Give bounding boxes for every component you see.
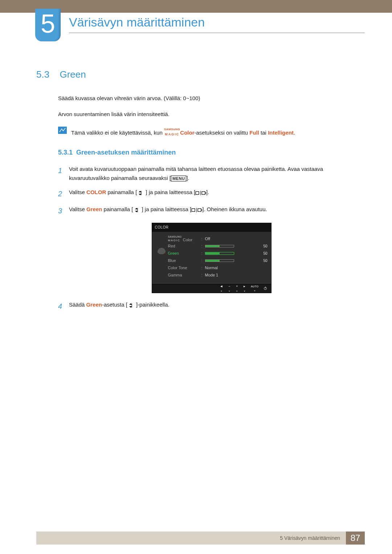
intro-text-1: Säädä kuvassa olevan vihreän värin arvoa… bbox=[58, 94, 365, 103]
osd-title: COLOR bbox=[152, 223, 271, 232]
osd-gamma-label: Gamma bbox=[168, 272, 201, 279]
step-4: 4 Säädä Green-asetusta []-painikkeella. bbox=[58, 300, 365, 312]
section-heading: 5.3 Green bbox=[36, 69, 365, 80]
full-label: Full bbox=[249, 130, 259, 136]
color-label: Color bbox=[180, 130, 194, 136]
up-down-arrow-icon bbox=[133, 208, 142, 212]
step2-color-label: COLOR bbox=[86, 189, 106, 195]
svg-rect-1 bbox=[141, 191, 142, 195]
step4-text-a: Säädä bbox=[69, 301, 86, 308]
osd-tone-label: Color Tone bbox=[168, 265, 201, 271]
step3-text-a: Valitse bbox=[69, 206, 86, 212]
osd-blue-value: 50 bbox=[259, 258, 268, 264]
step1-text-b: ]. bbox=[186, 175, 189, 181]
osd-blue-bar bbox=[205, 259, 234, 262]
magic-label: MAGIC bbox=[165, 132, 179, 136]
osd-red-value: 50 bbox=[259, 243, 268, 249]
svg-rect-9 bbox=[131, 303, 132, 308]
step-number-1: 1 bbox=[58, 165, 65, 183]
samsung-label: SAMSUNG bbox=[164, 128, 180, 131]
up-down-arrow-icon bbox=[137, 191, 146, 195]
note-part-or: tai bbox=[259, 130, 268, 136]
step2-text-a: Valitse bbox=[69, 189, 86, 195]
osd-row-colortone: Color Tone: Normal bbox=[168, 264, 268, 272]
step-number-2: 2 bbox=[58, 188, 65, 200]
step-3: 3 Valitse Green painamalla [] ja paina l… bbox=[58, 205, 365, 217]
osd-btn-plus: +▼ bbox=[236, 284, 238, 294]
intro-text-2: Arvon suurentaminen lisää värin intensit… bbox=[58, 110, 365, 119]
osd-row-magiccolor: SAMSUNGMAGIC Color : Off bbox=[168, 235, 268, 243]
step2-text-d: ]. bbox=[206, 189, 209, 195]
palette-icon bbox=[158, 248, 166, 254]
page-footer: 5 Värisävyn määrittäminen 87 bbox=[36, 532, 365, 545]
note-part-end: . bbox=[294, 130, 295, 136]
step4-text-b: -asetusta [ bbox=[102, 301, 127, 308]
svg-rect-8 bbox=[198, 209, 201, 212]
note-text: Tämä valikko ei ole käytettävissä, kun S… bbox=[71, 126, 295, 137]
osd-btn-enter: ▸▼ bbox=[243, 284, 246, 294]
osd-row-blue: Blue: 50 bbox=[168, 257, 268, 264]
note-part-mid: -asetukseksi on valittu bbox=[195, 130, 250, 136]
chapter-divider bbox=[69, 33, 365, 33]
svg-rect-6 bbox=[192, 209, 195, 212]
footer-chapter-label: 5 Värisävyn määrittäminen bbox=[36, 532, 346, 545]
step3-text-d: ]. Oheinen ikkuna avautuu. bbox=[202, 206, 267, 212]
osd-btn-power bbox=[264, 287, 267, 290]
chapter-title: Värisävyn määrittäminen bbox=[69, 15, 205, 29]
step-2: 2 Valitse COLOR painamalla [] ja paina l… bbox=[58, 188, 365, 200]
osd-screenshot: COLOR SAMSUNGMAGIC Color : Off Red: bbox=[152, 223, 271, 293]
osd-magiccolor-value: Off bbox=[205, 236, 259, 242]
osd-color-suffix: Color bbox=[182, 238, 192, 242]
svg-rect-3 bbox=[200, 191, 201, 195]
osd-blue-label: Blue bbox=[168, 258, 201, 264]
osd-samsung-label: SAMSUNG bbox=[168, 235, 182, 238]
osd-red-bar bbox=[205, 245, 234, 247]
intelligent-label: Intelligent bbox=[268, 130, 294, 136]
section-title: Green bbox=[60, 69, 86, 80]
note-part-before: Tämä valikko ei ole käytettävissä, kun bbox=[71, 130, 164, 136]
section-number: 5.3 bbox=[36, 69, 58, 80]
step4-green-label: Green bbox=[86, 301, 102, 308]
osd-tone-value: Normal bbox=[205, 265, 259, 271]
menu-key-icon: MENU bbox=[171, 176, 186, 181]
step-number-3: 3 bbox=[58, 205, 65, 217]
osd-row-gamma: Gamma: Mode 1 bbox=[168, 272, 268, 279]
osd-side-icon-area bbox=[155, 235, 168, 279]
step4-text-c: ]-painikkeella. bbox=[136, 301, 170, 308]
steps-list: 1 Voit avata kuvaruutuoppaan painamalla … bbox=[58, 165, 365, 217]
step1-text-a: Voit avata kuvaruutuoppaan painamalla mi… bbox=[69, 166, 323, 181]
svg-rect-2 bbox=[196, 192, 199, 194]
step2-text-c: ] ja paina laitteessa [ bbox=[146, 189, 195, 195]
note-icon bbox=[58, 127, 67, 134]
step3-green-label: Green bbox=[86, 206, 102, 212]
subsection-heading: 5.3.1 Green-asetuksen määrittäminen bbox=[58, 147, 365, 158]
osd-bottom-buttons: ◄▼ −▼ +▼ ▸▼ AUTO▼ bbox=[152, 284, 271, 293]
osd-row-red: Red: 50 bbox=[168, 243, 268, 250]
up-down-arrow-icon bbox=[127, 303, 136, 308]
osd-green-label: Green bbox=[168, 250, 201, 257]
step3-text-c: ] ja paina laitteessa [ bbox=[142, 206, 192, 212]
osd-btn-minus: −▼ bbox=[228, 284, 230, 294]
osd-magic-label: MAGIC bbox=[168, 239, 180, 242]
step-1: 1 Voit avata kuvaruutuoppaan painamalla … bbox=[58, 165, 365, 183]
osd-red-label: Red bbox=[168, 243, 201, 250]
footer-page-number: 87 bbox=[346, 532, 365, 545]
subsection-number: 5.3.1 bbox=[58, 149, 73, 156]
step3-text-b: painamalla [ bbox=[102, 206, 133, 212]
steps-list-2: 4 Säädä Green-asetusta []-painikkeella. bbox=[58, 300, 365, 312]
osd-gamma-value: Mode 1 bbox=[205, 272, 259, 279]
osd-btn-back: ◄▼ bbox=[220, 284, 223, 294]
osd-btn-auto: AUTO▼ bbox=[251, 284, 258, 293]
subsection-title: Green-asetuksen määrittäminen bbox=[76, 149, 176, 156]
osd-row-green: Green: 50 bbox=[168, 250, 268, 257]
osd-green-value: 50 bbox=[259, 251, 268, 257]
step-number-4: 4 bbox=[58, 300, 65, 312]
step2-text-b: painamalla [ bbox=[106, 189, 137, 195]
osd-green-bar bbox=[205, 252, 234, 255]
chapter-number-badge: 5 bbox=[35, 9, 61, 41]
source-enter-icon bbox=[191, 208, 202, 212]
svg-rect-5 bbox=[137, 208, 138, 212]
source-enter-icon bbox=[195, 191, 206, 195]
chapter-header: 5 Värisävyn määrittäminen bbox=[0, 0, 392, 7]
note-row: Tämä valikko ei ole käytettävissä, kun S… bbox=[58, 126, 365, 137]
